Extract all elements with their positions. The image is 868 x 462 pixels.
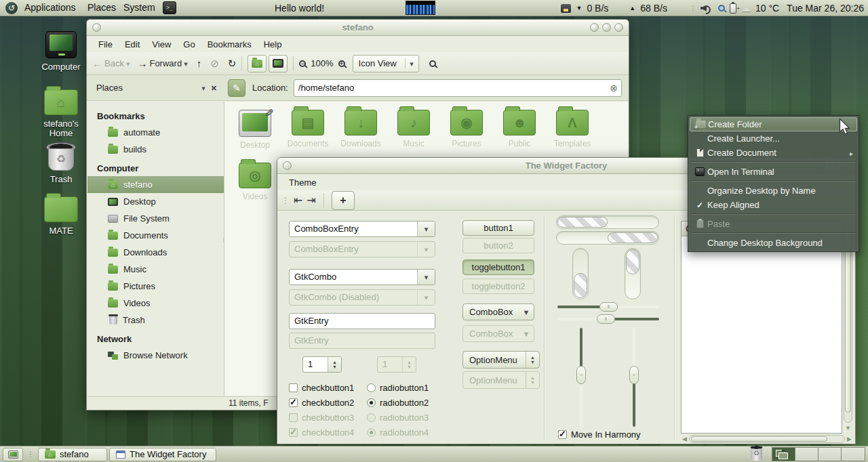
back-arrow-icon[interactable] xyxy=(92,58,102,69)
checkbox-icon[interactable] xyxy=(289,383,298,392)
togglebutton1[interactable]: togglebutton1 xyxy=(462,259,534,275)
scroll-left-icon[interactable]: ◀ xyxy=(682,436,687,442)
places-header-label[interactable]: Places xyxy=(96,83,196,93)
tray-grip[interactable]: ⋮ xyxy=(690,5,696,12)
zoom-in-icon[interactable]: + xyxy=(338,60,345,67)
menu-item-organize-desktop[interactable]: Organize Desktop by Name xyxy=(690,184,857,198)
search-icon[interactable] xyxy=(429,60,436,67)
spin-arrows-icon[interactable]: ▲▼ xyxy=(328,357,341,372)
menu-system[interactable]: System xyxy=(122,2,157,13)
places-dropdown-icon[interactable] xyxy=(201,83,205,93)
volume-icon[interactable] xyxy=(701,4,711,13)
slider-handle[interactable]: ‖ xyxy=(597,314,615,324)
desktop-icon-home[interactable]: ⌂ stefano's Home xyxy=(35,89,87,138)
scrollbar-track[interactable] xyxy=(689,435,845,443)
move-in-harmony-checkbox[interactable]: Move In Harmony xyxy=(558,429,641,440)
system-monitor-applet[interactable] xyxy=(406,1,435,15)
spin-value[interactable]: 1 xyxy=(303,357,328,372)
menu-item-create-folder[interactable]: Create Folder xyxy=(690,117,857,131)
file-documents[interactable]: ▤Documents xyxy=(281,110,334,161)
workspace-4[interactable] xyxy=(842,448,865,461)
weather-icon[interactable]: ☁ xyxy=(741,3,751,14)
forward-history-dropdown-icon[interactable] xyxy=(184,58,188,68)
scrollbar-thumb[interactable] xyxy=(691,436,827,442)
sidebar-item-pictures[interactable]: Pictures xyxy=(87,278,224,295)
file-pictures[interactable]: ◉Pictures xyxy=(440,110,493,161)
taskbar-window-widget-factory[interactable]: The Widget Factory xyxy=(109,448,216,461)
spinbutton[interactable]: 1 ▲▼ xyxy=(302,356,342,373)
workspace-1[interactable] xyxy=(772,448,795,461)
file-manager-titlebar[interactable]: stefano xyxy=(87,20,629,36)
desktop-icon-trash[interactable]: Trash xyxy=(35,142,87,184)
checkbutton1[interactable]: checkbutton1 xyxy=(289,383,354,393)
main-menu-icon[interactable] xyxy=(5,2,18,14)
menu-item-open-in-terminal[interactable]: Open In Terminal xyxy=(690,165,857,179)
file-public[interactable]: ☻Public xyxy=(493,110,546,161)
slider-handle[interactable]: = xyxy=(629,366,639,384)
zoom-out-icon[interactable]: − xyxy=(299,60,306,67)
tasklist-grip[interactable]: ⋮ xyxy=(27,450,34,458)
file-templates[interactable]: ΛTemplates xyxy=(546,110,599,161)
window-menu-button[interactable] xyxy=(283,161,292,170)
menu-theme[interactable]: Theme xyxy=(283,176,322,189)
taskbar-window-stefano[interactable]: stefano xyxy=(38,448,107,461)
back-history-dropdown-icon[interactable] xyxy=(126,58,130,68)
slider-handle[interactable]: ‖ xyxy=(599,302,618,312)
menu-item-create-launcher[interactable]: Create Launcher... xyxy=(690,131,857,146)
add-button[interactable]: + xyxy=(332,191,355,210)
desktop-icon-computer[interactable]: Computer xyxy=(35,31,87,72)
file-videos[interactable]: ◎Videos xyxy=(229,163,281,214)
menu-applications[interactable]: Applications xyxy=(23,2,77,13)
scroll-right-icon[interactable]: ▶ xyxy=(847,436,852,442)
minimize-button[interactable] xyxy=(590,23,599,32)
optionmenu[interactable]: OptionMenu▲▼ xyxy=(462,351,540,369)
home-button[interactable] xyxy=(248,55,267,72)
network-applet-icon[interactable] xyxy=(561,4,571,13)
menu-item-keep-aligned[interactable]: Keep Aligned xyxy=(690,198,857,212)
back-button-label[interactable]: Back xyxy=(104,58,124,68)
workspace-3[interactable] xyxy=(818,448,842,461)
computer-button[interactable] xyxy=(269,55,288,72)
sidebar-item-stefano[interactable]: stefano xyxy=(87,176,224,193)
desktop-icon-mate[interactable]: MATE xyxy=(35,196,87,236)
vertical-scrollbar[interactable]: ▼ xyxy=(844,222,852,423)
scroll-down-icon[interactable]: ▼ xyxy=(845,425,851,432)
sidebar-item-downloads[interactable]: Downloads xyxy=(87,244,224,261)
stop-icon[interactable] xyxy=(210,58,219,70)
file-music[interactable]: ♪Music xyxy=(387,110,440,161)
hscale1[interactable]: ‖ xyxy=(557,302,659,312)
go-last-icon[interactable] xyxy=(307,194,315,207)
workspace-2[interactable] xyxy=(795,448,818,461)
sidebar-item-desktop[interactable]: Desktop xyxy=(87,193,224,210)
horizontal-scrollbar[interactable]: ◀ ▶ xyxy=(682,435,852,443)
dropdown-arrow-icon[interactable] xyxy=(417,270,435,285)
gtkentry[interactable]: GtkEntry xyxy=(289,313,435,329)
sidebar-item-builds[interactable]: builds xyxy=(87,141,224,158)
close-sidebar-icon[interactable] xyxy=(211,83,217,93)
sidebar-item-documents[interactable]: Documents xyxy=(87,227,224,244)
close-button[interactable] xyxy=(614,23,623,32)
trash-applet-icon[interactable] xyxy=(751,448,762,461)
menu-help[interactable]: Help xyxy=(258,38,288,51)
menu-file[interactable]: File xyxy=(92,38,119,51)
radiobutton2[interactable]: radiobutton2 xyxy=(367,398,429,408)
list-view[interactable]: C xyxy=(681,221,842,434)
window-menu-button[interactable] xyxy=(92,23,101,32)
vscale2[interactable]: = xyxy=(629,328,639,427)
sidebar-item-videos[interactable]: Videos xyxy=(87,295,224,312)
clear-location-icon[interactable] xyxy=(610,83,621,93)
menu-view[interactable]: View xyxy=(146,38,177,51)
gtkcombo[interactable]: GtkCombo xyxy=(289,269,435,285)
sidebar-item-music[interactable]: Music xyxy=(87,261,224,278)
show-desktop-button[interactable] xyxy=(3,448,23,461)
scrollbar-thumb[interactable] xyxy=(845,224,851,413)
go-first-icon[interactable] xyxy=(294,194,302,207)
menu-go[interactable]: Go xyxy=(177,38,201,51)
hscale2[interactable]: ‖ xyxy=(557,314,659,324)
radio-selected-icon[interactable] xyxy=(367,398,376,407)
comboboxentry[interactable]: ComboBoxEntry xyxy=(289,221,435,237)
dropdown-arrow-icon[interactable] xyxy=(417,222,435,236)
forward-arrow-icon[interactable] xyxy=(137,58,147,69)
menu-item-create-document[interactable]: Create Document xyxy=(690,146,857,160)
edit-location-button[interactable] xyxy=(228,79,245,97)
